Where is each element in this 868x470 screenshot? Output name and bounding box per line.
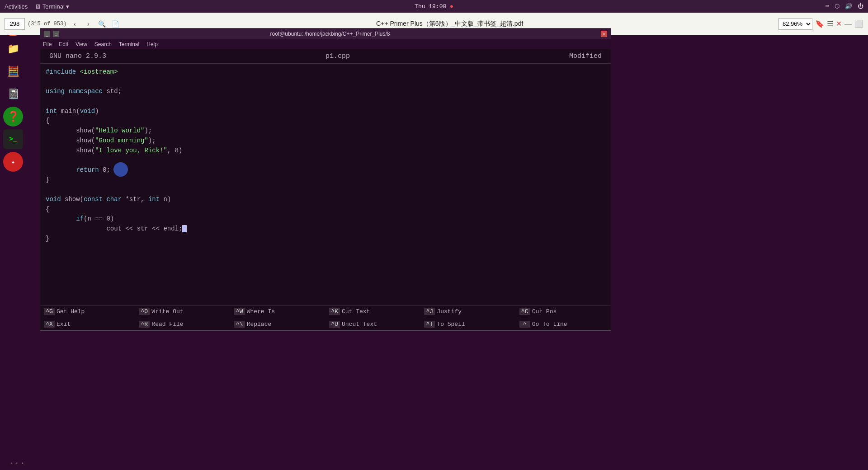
shortcut-cut-text: ^K Cut Text: [326, 306, 420, 318]
terminal-title: root@ubuntu: /home/jackbing/C++_Primer_P…: [62, 31, 598, 37]
nano-menu-view[interactable]: View: [75, 41, 87, 47]
nano-header: GNU nano 2.9.3 p1.cpp Modified: [40, 49, 611, 64]
code-line-12: }: [46, 175, 605, 185]
pdf-menu-button[interactable]: ☰: [827, 19, 833, 28]
taskbar-help[interactable]: ❓: [3, 107, 23, 127]
nano-status: Modified: [569, 52, 602, 60]
shortcut-label-get-help: Get Help: [57, 308, 85, 315]
shortcut-label-to-spell: To Spell: [437, 321, 465, 328]
shortcut-to-spell: ^T To Spell: [420, 318, 515, 331]
pdf-bookmark-button[interactable]: 🔖: [815, 19, 824, 28]
shortcut-label-replace: Replace: [247, 321, 272, 328]
nano-footer: ^G Get Help ^O Write Out ^W Where Is ^K …: [40, 305, 611, 330]
code-line-18: }: [46, 234, 605, 244]
taskbar: 🦊 📁 🧮 📓 ❓ >_ ✦: [0, 13, 26, 470]
shortcut-go-to-line: ^ Go To Line: [516, 318, 611, 331]
taskbar-files[interactable]: 📁: [3, 39, 23, 59]
shortcut-key-K: ^K: [329, 308, 340, 315]
shortcut-uncut-text: ^U Uncut Text: [326, 318, 420, 331]
nano-menu-help[interactable]: Help: [146, 41, 158, 47]
terminal-label[interactable]: 🖥 Terminal ▾: [35, 3, 69, 10]
terminal-window: _ □ root@ubuntu: /home/jackbing/C++_Prim…: [40, 28, 611, 331]
code-line-6: {: [46, 116, 605, 126]
system-bar-clock: Thu 19:00 ●: [415, 3, 453, 10]
nano-editor[interactable]: #include <iostream> using namespace std;…: [40, 64, 611, 305]
pdf-zoom-select[interactable]: 82.96% 75% 100% 125% 150%: [778, 18, 812, 30]
nano-menu-terminal[interactable]: Terminal: [119, 41, 139, 47]
shortcut-key-T: ^T: [424, 321, 435, 328]
nano-filename: p1.cpp: [326, 52, 350, 60]
shortcut-key-O: ^O: [139, 308, 150, 315]
shortcut-write-out: ^O Write Out: [135, 306, 230, 318]
nano-menubar: File Edit View Search Terminal Help: [40, 39, 611, 49]
pdf-page-total: (315 of 953): [28, 21, 66, 27]
code-line-9: show("I love you, Rick!", 8): [46, 146, 605, 156]
shortcut-key-R: ^R: [139, 321, 150, 328]
shortcut-label-where-is: Where Is: [247, 308, 275, 315]
code-line-15: {: [46, 205, 605, 215]
shortcut-key-U: ^U: [329, 321, 340, 328]
system-bar-right: ⌨ ⬡ 🔊 ⏻: [826, 3, 863, 10]
nano-menu-edit[interactable]: Edit: [59, 41, 68, 47]
shortcut-label-cut-text: Cut Text: [342, 308, 370, 315]
bottom-dots-icon[interactable]: ···: [9, 459, 26, 467]
pdf-min-button[interactable]: —: [844, 20, 852, 28]
taskbar-calc[interactable]: 🧮: [3, 61, 23, 81]
terminal-titlebar: _ □ root@ubuntu: /home/jackbing/C++_Prim…: [40, 28, 611, 39]
shortcut-justify: ^J Justify: [420, 306, 515, 318]
term-maximize-button[interactable]: □: [53, 31, 59, 37]
term-close-button[interactable]: ✕: [601, 31, 607, 37]
shortcut-label-uncut-text: Uncut Text: [342, 321, 377, 328]
nano-menu-file[interactable]: File: [43, 41, 52, 47]
keyboard-icon: ⌨: [826, 3, 829, 10]
shortcut-read-file: ^R Read File: [135, 318, 230, 331]
nano-menu-search[interactable]: Search: [94, 41, 112, 47]
network-icon: ⬡: [835, 3, 840, 10]
code-line-3: using namespace std;: [46, 87, 605, 97]
code-line-8: show("Good morning");: [46, 136, 605, 146]
code-line-10: [46, 155, 605, 165]
taskbar-terminal[interactable]: >_: [3, 129, 23, 149]
nano-version: GNU nano 2.9.3: [49, 52, 106, 60]
code-line-1: #include <iostream>: [46, 67, 605, 77]
shortcut-label-go-to-line: Go To Line: [532, 321, 567, 328]
pdf-max-button[interactable]: ⬜: [854, 19, 863, 28]
shortcut-key-line: ^: [519, 321, 530, 328]
shortcut-key-replace: ^\: [234, 321, 245, 328]
shortcut-key-X: ^X: [44, 321, 55, 328]
pdf-close-button[interactable]: ✕: [836, 19, 842, 28]
code-line-14: void show(const char *str, int n): [46, 195, 605, 205]
code-line-2: [46, 77, 605, 87]
shortcut-where-is: ^W Where Is: [231, 306, 326, 318]
shortcut-label-write-out: Write Out: [151, 308, 183, 315]
pdf-prev-button[interactable]: ‹: [69, 19, 80, 29]
shortcut-key-J: ^J: [424, 308, 435, 315]
code-line-13: [46, 185, 605, 195]
volume-icon: 🔊: [845, 3, 852, 10]
pdf-next-button[interactable]: ›: [83, 19, 94, 29]
code-line-16: if(n == 0): [46, 214, 605, 224]
shortcut-key-G: ^G: [44, 308, 55, 315]
shortcut-label-cur-pos: Cur Pos: [532, 308, 557, 315]
shortcut-key-C: ^C: [519, 308, 530, 315]
pdf-title: C++ Primer Plus（第6版）_中文版_带书签_超清.pdf: [124, 20, 775, 28]
pdf-page-input[interactable]: [5, 18, 25, 30]
code-line-7: show("Hello world");: [46, 126, 605, 136]
system-bar: Activities 🖥 Terminal ▾ Thu 19:00 ● ⌨ ⬡ …: [0, 0, 868, 13]
shortcut-get-help: ^G Get Help: [40, 306, 135, 318]
code-line-11: return 0;: [46, 165, 605, 175]
pdf-doc-button[interactable]: 📄: [110, 19, 121, 29]
pdf-search-button[interactable]: 🔍: [96, 19, 107, 29]
code-line-5: int main(void): [46, 107, 605, 117]
shortcut-label-exit: Exit: [57, 321, 71, 328]
code-line-17: cout << str << endl;: [46, 224, 605, 234]
shortcut-label-read-file: Read File: [151, 321, 183, 328]
term-minimize-button[interactable]: _: [44, 31, 50, 37]
taskbar-redapp[interactable]: ✦: [3, 152, 23, 172]
bottom-bar: ···: [0, 456, 868, 470]
code-line-4: [46, 97, 605, 107]
activities-label[interactable]: Activities: [5, 3, 28, 10]
power-icon: ⏻: [858, 3, 863, 10]
taskbar-notebook[interactable]: 📓: [3, 84, 23, 104]
system-bar-left: Activities 🖥 Terminal ▾: [5, 3, 69, 10]
